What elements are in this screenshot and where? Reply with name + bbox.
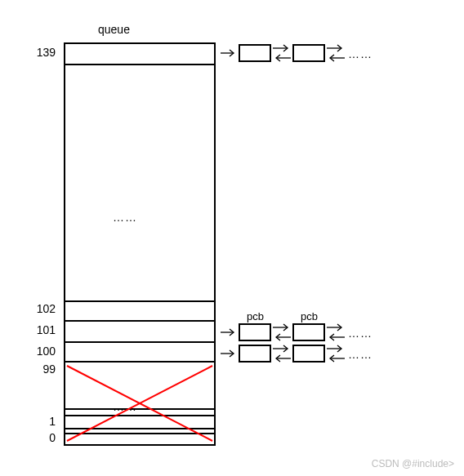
divider [64, 433, 216, 434]
ellipsis-lower: …… [113, 400, 137, 413]
divider [64, 415, 216, 416]
label-100: 100 [23, 345, 56, 358]
arrow-right-icon [273, 345, 291, 353]
queue-array [64, 42, 216, 446]
arrow-left-icon [273, 354, 291, 363]
divider [64, 408, 216, 410]
arrow-right-icon [221, 328, 237, 336]
divider [64, 300, 216, 302]
pcb-label: pcb [247, 310, 264, 323]
divider [64, 64, 216, 65]
divider [64, 428, 216, 429]
arrow-left-icon [327, 354, 345, 363]
arrow-left-icon [273, 54, 291, 62]
arrow-left-icon [327, 54, 345, 62]
arrow-right-icon [221, 49, 237, 57]
arrow-right-icon [273, 323, 291, 331]
arrow-right-icon [327, 345, 345, 353]
divider [64, 361, 216, 363]
divider [64, 341, 216, 343]
label-139: 139 [23, 46, 56, 59]
ellipsis-trail: …… [348, 348, 373, 361]
divider [64, 320, 216, 322]
arrow-right-icon [327, 323, 345, 331]
label-1: 1 [23, 415, 56, 428]
pcb-node [239, 345, 271, 363]
pcb-node [292, 345, 325, 363]
arrow-right-icon [327, 44, 345, 52]
arrow-left-icon [273, 333, 291, 341]
pcb-node [292, 44, 325, 62]
pcb-node [292, 323, 325, 341]
label-99: 99 [23, 363, 56, 376]
ellipsis-trail: …… [348, 327, 373, 340]
watermark: CSDN @#include> [372, 458, 454, 469]
ellipsis-trail: …… [348, 47, 373, 60]
arrow-right-icon [273, 44, 291, 52]
arrow-right-icon [221, 349, 237, 358]
pcb-node [239, 44, 271, 62]
label-102: 102 [23, 302, 56, 315]
label-0: 0 [23, 431, 56, 444]
pcb-node [239, 323, 271, 341]
arrow-left-icon [327, 333, 345, 341]
ellipsis-main: …… [113, 211, 137, 224]
label-101: 101 [23, 323, 56, 336]
pcb-label: pcb [301, 310, 318, 323]
queue-title: queue [98, 23, 130, 36]
diagram-stage: queue 139 102 101 100 99 1 0 …… …… …… pc… [0, 0, 464, 476]
